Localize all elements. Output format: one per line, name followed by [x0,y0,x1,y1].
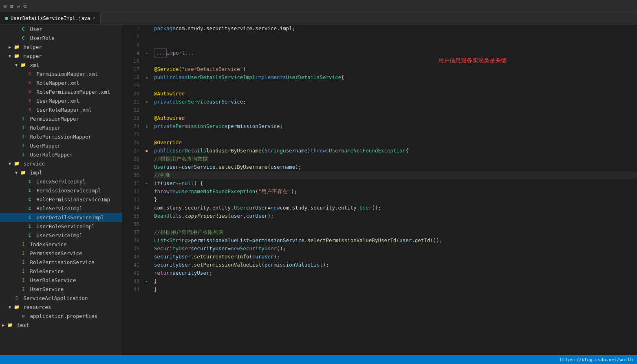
sidebar-item-appprops[interactable]: ⚙ application.properties [0,311,122,320]
sidebar-item-indexservice[interactable]: I IndexService [0,240,122,249]
tab-dot [5,17,8,20]
sidebar-item-rolepermissionmapper[interactable]: I RolePermissionMapper [0,132,122,141]
settings-icon[interactable]: ⚙ [23,3,26,9]
code-line-19 [154,82,637,90]
gutter-4: ▸ [143,49,151,57]
line-num-42: 42 [127,269,139,277]
code-content[interactable]: package com.study.securityservice.servic… [151,24,637,355]
sidebar-item-resources[interactable]: ▼ 📁 resources [0,302,122,311]
sidebar-item-roleserviceimpl[interactable]: C RoleServiceImpl [0,204,122,213]
line-num-18: 18 [127,73,139,82]
sidebar-item-userserviceimpl[interactable]: C UserServiceImpl [0,231,122,240]
item-icon-rolepermissionmapper: I [20,134,27,139]
sidebar-item-rolemapper[interactable]: I RoleMapper [0,123,122,132]
gutter-42 [143,269,151,277]
line-num-3: 3 [127,41,139,49]
sidebar-item-roleservice[interactable]: I RoleService [0,267,122,276]
item-label-userservice: UserService [27,286,64,292]
item-label-appprops: application.properties [27,313,97,319]
sidebar-item-userroleservice[interactable]: I UserRoleService [0,276,122,285]
tree-arrow: ▶ [0,323,7,327]
sidebar-item-xml[interactable]: ▼ 📁 xml [0,60,122,69]
gutter-20 [143,90,151,98]
sidebar-item-userservice[interactable]: I UserService [0,285,122,293]
code-line-34: com.study.security.entity.User curUser =… [154,204,637,212]
split-icon[interactable]: ⇌ [17,3,20,9]
item-icon-helper: 📁 [13,44,20,50]
code-line-43: } [154,277,637,285]
code-line-22 [154,106,637,114]
line-num-31: 31 [127,179,139,188]
item-label-roleservice: RoleService [27,268,64,274]
item-label-rolepermissionserviceimpl: RolePermissionServiceImp [33,196,110,203]
item-icon-permissionserviceimpl: C [26,188,33,193]
tree-arrow: ▼ [13,63,20,67]
sidebar-item-userrolemapper[interactable]: I UserRoleMapper [0,150,122,159]
gutter-25 [143,130,151,139]
sidebar-item-rolepermissionserviceimpl[interactable]: C RolePermissionServiceImp [0,195,122,204]
sidebar-item-mapper[interactable]: ▼ 📁 mapper [0,51,122,60]
line-num-26: 26 [127,139,139,147]
sidebar-item-user[interactable]: C User [0,24,122,33]
sidebar-item-userrole[interactable]: C UserRole [0,33,122,42]
sidebar-item-rolepermissionservice[interactable]: I RolePermissionService [0,258,122,267]
sidebar-item-rolepermissionmapper-xml[interactable]: X RolePermissionMapper.xml [0,87,122,96]
status-url: https://blog.csdn.net/worlb [560,357,633,362]
gutter-3 [143,41,151,49]
item-label-permissionmapper-xml: PermissionMapper.xml [33,71,98,77]
sidebar-item-usermapper-xml[interactable]: X UserMapper.xml [0,96,122,105]
code-line-26: @Override [154,139,637,147]
sidebar-item-rolemapper-xml[interactable]: X RoleMapper.xml [0,78,122,87]
tab-userdetailsserviceimpl[interactable]: UserDetailsServiceImpl.java × [0,12,101,24]
tree-arrow: ▼ [7,54,13,58]
item-icon-impl: 📁 [20,170,27,175]
editor[interactable]: 1234161718192021222324252627282930313233… [122,24,637,355]
sidebar-item-indexserviceimpl[interactable]: C IndexServiceImpl [0,177,122,186]
sidebar-item-serviceaclapp[interactable]: S ServiceAclApplication [0,293,122,302]
sidebar-item-userrolemapper-xml[interactable]: X UserRoleMapper.xml [0,105,122,114]
item-icon-permissionmapper-xml: X [26,71,33,77]
sidebar-item-userdetailsserviceimpl[interactable]: C UserDetailsServiceImpl [0,213,122,222]
code-line-40: securityUser.setCurrentUserInfo(curUser)… [154,253,637,261]
sidebar-item-impl[interactable]: ▼ 📁 impl [0,168,122,177]
line-num-28: 28 [127,155,139,163]
code-line-25 [154,130,637,139]
code-line-21: private UserService userService; [154,98,637,106]
sidebar-item-service[interactable]: ▼ 📁 service [0,159,122,168]
item-label-userserviceimpl: UserServiceImpl [33,232,82,238]
sidebar-item-permissionservice[interactable]: I PermissionService [0,249,122,258]
item-label-roleserviceimpl: RoleServiceImpl [33,205,82,212]
item-label-resources: resources [20,304,51,310]
gutter-40 [143,253,151,261]
item-label-mapper: mapper [20,53,42,59]
sidebar-item-permissionmapper-xml[interactable]: X PermissionMapper.xml [0,69,122,78]
list-icon[interactable]: ≡ [10,3,13,9]
sidebar-item-usermapper[interactable]: I UserMapper [0,141,122,150]
code-line-23: @Autowired [154,114,637,122]
sidebar-item-helper[interactable]: ▶ 📁 helper [0,42,122,51]
item-label-helper: helper [20,44,42,50]
item-icon-user: C [20,26,27,32]
code-line-3 [154,41,637,49]
sidebar-item-test[interactable]: ▶ 📁 test [0,320,122,329]
item-label-serviceaclapp: ServiceAclApplication [20,295,88,301]
code-line-38: List<String> permissionValueList = permi… [154,236,637,245]
sidebar-item-permissionmapper[interactable]: I PermissionMapper [0,114,122,123]
sidebar-item-permissionserviceimpl[interactable]: C PermissionServiceImpl [0,186,122,195]
gutter-2 [143,33,151,41]
line-num-43: 43 [127,277,139,285]
item-icon-userrole: C [20,35,27,41]
line-num-36: 36 [127,220,139,228]
code-line-30: //判断 [154,171,637,179]
line-num-35: 35 [127,212,139,220]
line-num-44: 44 [127,285,139,293]
code-area[interactable]: 1234161718192021222324252627282930313233… [122,24,637,355]
code-line-28: //根据用户名查询数据 [154,155,637,163]
target-icon[interactable]: ⊕ [3,3,7,9]
code-line-2 [154,33,637,41]
line-num-27: 27 [127,147,139,155]
item-icon-resources: 📁 [13,304,20,310]
line-num-33: 33 [127,196,139,204]
tab-close-icon[interactable]: × [93,15,95,21]
sidebar-item-userroleserviceimpl[interactable]: C UserRoleServiceImpl [0,222,122,231]
